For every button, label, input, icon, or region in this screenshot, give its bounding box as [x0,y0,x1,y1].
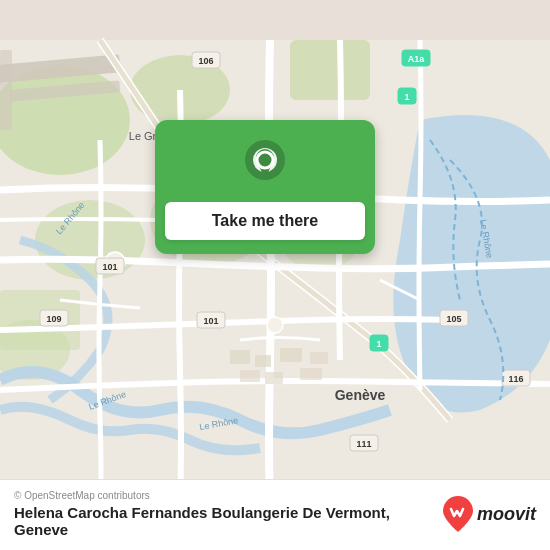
info-left: © OpenStreetMap contributors Helena Caro… [14,490,443,538]
svg-rect-42 [280,348,302,362]
take-me-there-button[interactable]: Take me there [165,202,365,240]
svg-text:A1a: A1a [408,54,426,64]
cta-card: Take me there [155,120,375,254]
map-container: 106 101 1 105 109 101 1 A1a 111 116 Le G… [0,0,550,550]
svg-text:105: 105 [446,314,461,324]
svg-point-4 [35,200,145,280]
svg-rect-45 [265,372,283,384]
svg-text:106: 106 [198,56,213,66]
svg-rect-41 [255,355,271,367]
map-svg: 106 101 1 105 109 101 1 A1a 111 116 Le G… [0,0,550,550]
moovit-pin-icon [443,496,473,532]
location-name: Helena Carocha Fernandes Boulangerie De … [14,504,443,538]
attribution-text: © OpenStreetMap contributors [14,490,443,501]
svg-rect-11 [0,50,12,130]
info-bar: © OpenStreetMap contributors Helena Caro… [0,479,550,550]
svg-text:1: 1 [404,92,409,102]
moovit-brand-text: moovit [477,504,536,525]
svg-text:116: 116 [508,374,523,384]
svg-text:109: 109 [46,314,61,324]
svg-rect-40 [230,350,250,364]
svg-text:Genève: Genève [335,387,386,403]
svg-rect-46 [300,368,322,380]
moovit-logo: moovit [443,496,536,532]
svg-text:1: 1 [376,339,381,349]
svg-point-13 [267,317,283,333]
location-pin-icon [238,138,292,192]
svg-text:101: 101 [203,316,218,326]
svg-text:101: 101 [102,262,117,272]
svg-rect-3 [290,40,370,100]
svg-text:111: 111 [356,439,371,449]
svg-rect-44 [240,370,260,382]
svg-rect-43 [310,352,328,364]
